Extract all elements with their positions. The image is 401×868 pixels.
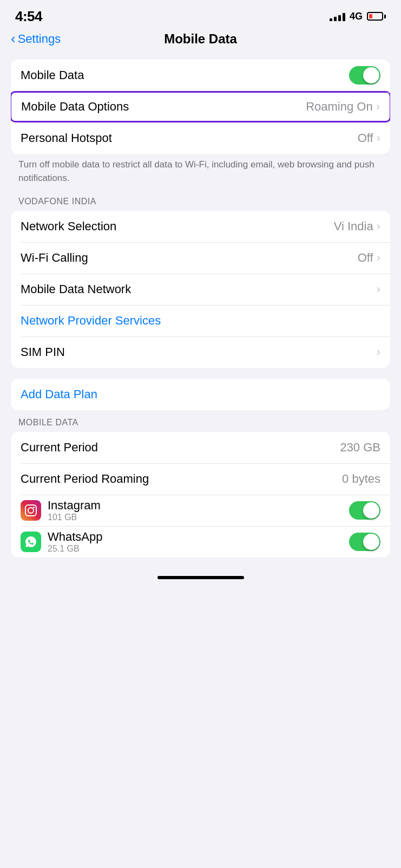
network-selection-label: Network Selection (21, 219, 116, 234)
mobile-data-note: Turn off mobile data to restrict all dat… (11, 154, 390, 189)
network-provider-services-row[interactable]: Network Provider Services (11, 305, 390, 336)
whatsapp-label: WhatsApp (48, 530, 103, 544)
mobile-data-options-row[interactable]: Mobile Data Options Roaming On › (11, 91, 390, 122)
toggle-knob (363, 534, 379, 550)
wifi-calling-label: Wi-Fi Calling (21, 251, 88, 265)
back-label: Settings (18, 32, 61, 46)
whatsapp-sublabel: 25.1 GB (48, 544, 103, 554)
mobile-data-options-label: Mobile Data Options (21, 100, 129, 114)
sim-pin-value: › (377, 345, 380, 359)
mobile-data-label: Mobile Data (21, 68, 84, 82)
whatsapp-label-sub: WhatsApp 25.1 GB (48, 530, 103, 554)
mobile-data-network-label: Mobile Data Network (21, 282, 131, 296)
wifi-calling-value: Off › (358, 251, 380, 265)
personal-hotspot-value: Off › (358, 131, 380, 145)
network-type-label: 4G (350, 11, 363, 22)
network-selection-row[interactable]: Network Selection Vi India › (11, 211, 390, 242)
instagram-row-left: Instagram 101 GB (21, 498, 101, 522)
page-title: Mobile Data (164, 31, 237, 47)
current-period-roaming-value: 0 bytes (342, 472, 380, 486)
back-button[interactable]: ‹ Settings (11, 32, 61, 46)
personal-hotspot-label: Personal Hotspot (21, 131, 112, 145)
vodafone-card: Network Selection Vi India › Wi-Fi Calli… (11, 211, 390, 368)
current-period-row: Current Period 230 GB (11, 432, 390, 463)
add-data-plan-row[interactable]: Add Data Plan (11, 379, 390, 410)
current-period-roaming-label: Current Period Roaming (21, 472, 149, 486)
mobile-data-options-text: Roaming On (306, 100, 373, 114)
whatsapp-row-left: WhatsApp 25.1 GB (21, 530, 103, 554)
wifi-calling-text: Off (358, 251, 373, 265)
personal-hotspot-text: Off (358, 131, 373, 145)
current-period-roaming-text: 0 bytes (342, 472, 380, 486)
vodafone-section-label: VODAFONE INDIA (11, 197, 390, 206)
status-bar: 4:54 4G (0, 0, 401, 29)
main-settings-section: Mobile Data Mobile Data Options Roaming … (11, 60, 390, 189)
toggle-knob (363, 502, 379, 519)
add-data-plan-card[interactable]: Add Data Plan (11, 379, 390, 410)
svg-point-1 (28, 508, 34, 513)
instagram-sublabel: 101 GB (48, 513, 101, 522)
instagram-row[interactable]: Instagram 101 GB (11, 495, 390, 526)
back-chevron-icon: ‹ (11, 31, 16, 46)
vodafone-section: VODAFONE INDIA Network Selection Vi Indi… (11, 197, 390, 368)
mobile-data-section-label: MOBILE DATA (11, 418, 390, 427)
instagram-icon (21, 500, 41, 521)
status-time: 4:54 (15, 8, 42, 25)
sim-pin-label: SIM PIN (21, 345, 65, 359)
network-selection-text: Vi India (334, 219, 373, 234)
chevron-icon: › (377, 282, 380, 296)
whatsapp-row[interactable]: WhatsApp 25.1 GB (11, 526, 390, 558)
instagram-label: Instagram (48, 498, 101, 513)
current-period-value: 230 GB (340, 441, 380, 455)
nav-bar: ‹ Settings Mobile Data (0, 29, 401, 55)
mobile-data-toggle[interactable] (349, 66, 380, 85)
wifi-calling-row[interactable]: Wi-Fi Calling Off › (11, 242, 390, 274)
status-icons: 4G (330, 11, 386, 22)
current-period-roaming-row: Current Period Roaming 0 bytes (11, 463, 390, 495)
whatsapp-toggle[interactable] (349, 533, 380, 551)
sim-pin-row[interactable]: SIM PIN › (11, 336, 390, 368)
home-bar (157, 576, 244, 579)
instagram-toggle[interactable] (349, 501, 380, 520)
network-selection-value: Vi India › (334, 219, 380, 234)
add-data-plan-label: Add Data Plan (21, 387, 97, 401)
chevron-icon: › (376, 100, 380, 114)
current-period-label: Current Period (21, 441, 98, 455)
main-settings-card: Mobile Data Mobile Data Options Roaming … (11, 60, 390, 154)
mobile-data-network-row[interactable]: Mobile Data Network › (11, 274, 390, 305)
mobile-data-row[interactable]: Mobile Data (11, 60, 390, 91)
home-indicator (0, 571, 401, 582)
add-data-plan-section: Add Data Plan (11, 379, 390, 410)
chevron-icon: › (377, 251, 380, 265)
whatsapp-icon (21, 532, 41, 552)
svg-rect-0 (25, 505, 36, 516)
mobile-data-card: Current Period 230 GB Current Period Roa… (11, 432, 390, 558)
chevron-icon: › (377, 345, 380, 359)
svg-point-2 (33, 507, 35, 508)
battery-icon (367, 12, 386, 21)
mobile-data-network-value: › (377, 282, 380, 296)
network-provider-services-label: Network Provider Services (21, 314, 161, 328)
personal-hotspot-row[interactable]: Personal Hotspot Off › (11, 122, 390, 154)
signal-icon (330, 11, 345, 21)
mobile-data-usage-section: MOBILE DATA Current Period 230 GB Curren… (11, 418, 390, 558)
instagram-label-sub: Instagram 101 GB (48, 498, 101, 522)
chevron-icon: › (377, 131, 380, 145)
mobile-data-options-value: Roaming On › (306, 100, 380, 114)
toggle-knob (363, 67, 379, 83)
current-period-text: 230 GB (340, 441, 380, 455)
chevron-icon: › (377, 219, 380, 234)
